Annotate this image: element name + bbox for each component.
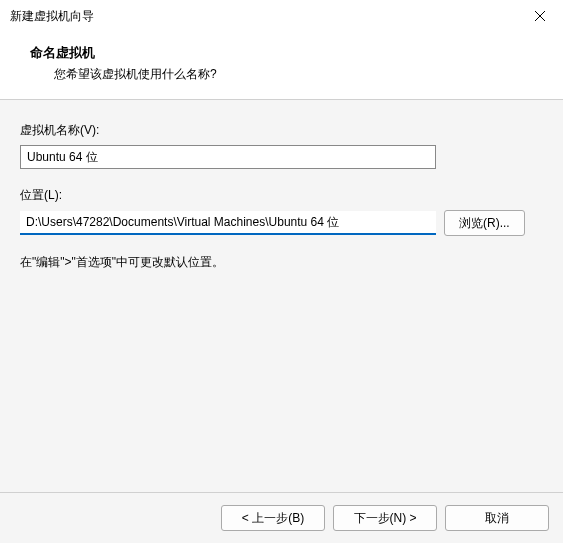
vm-name-input[interactable] <box>20 145 436 169</box>
vm-name-label: 虚拟机名称(V): <box>20 122 543 139</box>
cancel-button[interactable]: 取消 <box>445 505 549 531</box>
next-button[interactable]: 下一步(N) > <box>333 505 437 531</box>
location-group: 位置(L): 浏览(R)... <box>20 187 543 236</box>
titlebar: 新建虚拟机向导 <box>0 0 563 32</box>
wizard-header: 命名虚拟机 您希望该虚拟机使用什么名称? <box>0 32 563 100</box>
location-row: 浏览(R)... <box>20 210 543 236</box>
browse-button[interactable]: 浏览(R)... <box>444 210 525 236</box>
close-button[interactable] <box>517 0 563 32</box>
back-button[interactable]: < 上一步(B) <box>221 505 325 531</box>
location-input[interactable] <box>20 211 436 235</box>
close-icon <box>535 11 545 21</box>
vm-name-group: 虚拟机名称(V): <box>20 122 543 169</box>
hint-text: 在"编辑">"首选项"中可更改默认位置。 <box>20 254 543 271</box>
location-label: 位置(L): <box>20 187 543 204</box>
wizard-footer: < 上一步(B) 下一步(N) > 取消 <box>0 492 563 543</box>
wizard-content: 虚拟机名称(V): 位置(L): 浏览(R)... 在"编辑">"首选项"中可更… <box>0 100 563 492</box>
page-subtitle: 您希望该虚拟机使用什么名称? <box>30 66 547 83</box>
page-title: 命名虚拟机 <box>30 44 547 62</box>
window-title: 新建虚拟机向导 <box>10 8 94 25</box>
